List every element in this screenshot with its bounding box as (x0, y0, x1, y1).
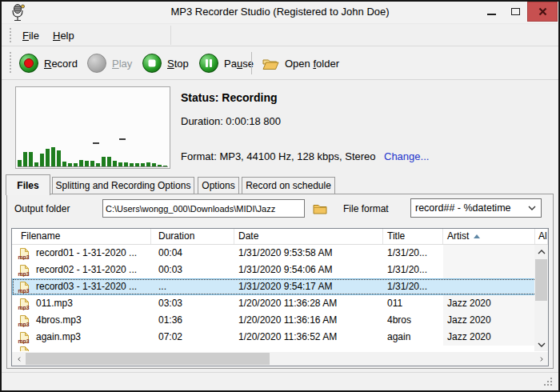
table-row-partial[interactable] (12, 346, 548, 351)
table-row[interactable]: record02 - 1-31-2020 ... 00:03 1/31/2020… (12, 262, 548, 278)
resize-grip[interactable] (542, 376, 553, 386)
menu-band-separator (170, 26, 171, 45)
stop-button[interactable]: Stop (139, 50, 192, 76)
file-format-label: File format (343, 203, 389, 214)
scroll-down-button[interactable] (534, 338, 548, 351)
column-header-filename[interactable]: Filename (12, 229, 151, 244)
table-row[interactable]: again.mp3 07:02 1/20/2020 11:36:52 AM ag… (12, 329, 548, 346)
mp3-file-icon (18, 264, 30, 277)
toolbar: Record Play Stop Pause Open folder (2, 46, 558, 80)
open-folder-icon (262, 57, 279, 70)
spectrum-bars (18, 89, 168, 167)
format-text: Format: MP3, 44100 Hz, 128 kbps, Stereo (181, 150, 376, 162)
table-row[interactable]: record01 - 1-31-2020 ... 00:04 1/31/2020… (12, 245, 548, 262)
title-bar: MP3 Recorder Studio (Registered to John … (2, 2, 558, 24)
mp3-file-icon (18, 314, 30, 327)
status-bar (2, 372, 558, 390)
mp3-file-icon (18, 346, 30, 351)
tab-splitting-options[interactable]: Splitting and Recording Options (52, 177, 194, 194)
screen: MP3 Recorder Studio (Registered to John … (0, 0, 560, 392)
tab-files[interactable]: Files (6, 174, 50, 195)
table-row-selected[interactable]: record03 - 1-31-2020 ... ... 1/31/2020 9… (12, 278, 548, 295)
peak-marker (119, 138, 126, 140)
window-controls (479, 2, 558, 22)
menu-gripper[interactable] (9, 27, 12, 42)
chevron-right-icon (538, 357, 546, 362)
scroll-left-button[interactable] (12, 352, 26, 366)
toolbar-separator (251, 52, 252, 74)
menu-help[interactable]: Help (48, 28, 79, 43)
horizontal-scrollbar[interactable] (12, 352, 548, 366)
chevron-left-icon (15, 357, 23, 362)
column-header-artist[interactable]: Artist (443, 229, 535, 244)
record-icon (19, 54, 38, 73)
menu-file[interactable]: File (18, 28, 44, 43)
file-format-dropdown[interactable]: record## - %datetime (410, 198, 542, 218)
list-header: Filename Duration Date Title Artist Al (12, 229, 548, 245)
window-title: MP3 Recorder Studio (Registered to John … (2, 6, 558, 18)
file-list: Filename Duration Date Title Artist Al r… (11, 228, 549, 366)
play-button[interactable]: Play (84, 50, 135, 76)
toolbar-gripper[interactable] (9, 51, 12, 74)
pause-button[interactable]: Pause (196, 50, 257, 76)
column-header-duration[interactable]: Duration (151, 229, 234, 244)
maximize-button[interactable] (503, 2, 527, 21)
close-button[interactable] (527, 2, 558, 22)
column-header-album[interactable]: Al (535, 229, 548, 244)
scroll-up-button[interactable] (534, 245, 548, 258)
output-folder-label: Output folder (14, 203, 70, 214)
minimize-button[interactable] (479, 2, 503, 21)
close-icon (538, 6, 548, 17)
horizontal-scroll-thumb[interactable] (26, 353, 270, 365)
stop-icon (142, 54, 162, 73)
peak-marker (93, 142, 99, 144)
mp3-file-icon (18, 298, 30, 310)
tab-record-on-schedule[interactable]: Record on schedule (242, 177, 335, 194)
column-header-title[interactable]: Title (383, 229, 443, 244)
record-button[interactable]: Record (16, 50, 81, 76)
change-format-link[interactable]: Change... (384, 150, 429, 162)
table-row[interactable]: 4bros.mp3 01:36 1/20/2020 11:36:16 AM 4b… (12, 312, 548, 329)
tab-options[interactable]: Options (198, 177, 239, 194)
menu-bar: File Help (2, 24, 558, 46)
scroll-right-button[interactable] (534, 352, 548, 366)
folder-icon (313, 203, 327, 214)
chevron-down-icon (538, 342, 546, 347)
maximize-icon (511, 8, 520, 15)
output-folder-input[interactable] (102, 199, 305, 218)
chevron-down-icon (523, 206, 541, 210)
open-folder-button[interactable]: Open folder (258, 50, 342, 76)
pause-icon (199, 54, 218, 73)
vertical-scrollbar[interactable] (534, 245, 548, 351)
browse-folder-button[interactable] (311, 200, 329, 217)
mp3-file-icon (18, 331, 30, 344)
minimize-icon (487, 14, 496, 15)
chevron-up-icon (538, 250, 546, 254)
column-header-date[interactable]: Date (234, 229, 383, 244)
level-meter (15, 86, 170, 169)
app-window: MP3 Recorder Studio (Registered to John … (0, 0, 560, 392)
file-format-value: record## - %datetime (411, 202, 523, 214)
duration-text: Duration: 0:00:18 800 (181, 115, 281, 127)
mp3-file-icon (18, 247, 30, 260)
mp3-file-icon (18, 281, 30, 294)
sort-ascending-icon (474, 234, 480, 238)
status-text: Status: Recording (181, 91, 278, 104)
vertical-scroll-thumb[interactable] (535, 259, 547, 301)
table-row[interactable]: 011.mp3 03:03 1/20/2020 11:36:28 AM 011 … (12, 295, 548, 312)
play-icon (87, 54, 106, 73)
